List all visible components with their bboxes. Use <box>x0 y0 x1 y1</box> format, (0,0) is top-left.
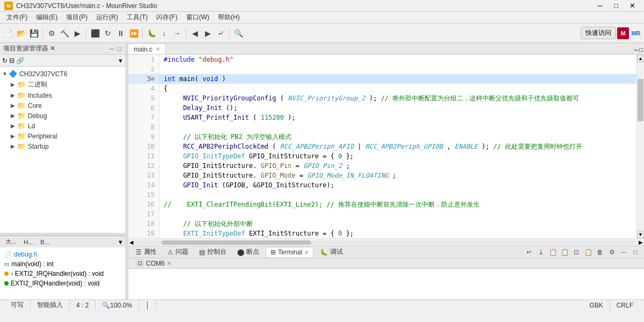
tree-item-binary[interactable]: ▶ 📁 二进制 <box>0 79 126 90</box>
outline-item-exti2-2[interactable]: EXTI2_IRQHandler(void) : void <box>2 279 123 288</box>
bottom-ctrl-1[interactable]: ↵ <box>524 247 535 258</box>
tab-console[interactable]: ▤ 控制台 <box>195 246 231 258</box>
editor-tab-mainc[interactable]: main.c ✕ <box>128 43 166 54</box>
panel-minimize-icon[interactable]: ─ <box>109 46 115 52</box>
tab-outline[interactable]: 大... <box>2 237 19 246</box>
tree-item-includes[interactable]: ▶ 📁 Includes <box>0 90 126 100</box>
scroll-up-button[interactable]: ▲ <box>637 55 644 62</box>
menu-edit[interactable]: 编辑(E) <box>32 12 62 23</box>
line-num-16: 16 <box>134 200 159 209</box>
toolbar-icon-m[interactable]: M <box>617 27 629 39</box>
editor-maximize-icon[interactable]: □ <box>639 47 643 53</box>
horiz-scroll-track[interactable] <box>137 240 635 245</box>
editor-tab-close-icon[interactable]: ✕ <box>156 46 160 52</box>
tree-collapse-icon[interactable]: ⊟ <box>9 57 14 64</box>
tree-link-icon[interactable]: 🔗 <box>16 57 24 64</box>
toolbar-btn-3[interactable]: ▶ <box>71 27 83 39</box>
tree-item-peripheral[interactable]: ▶ 📁 Peripheral <box>0 131 126 141</box>
root-toggle-icon[interactable]: ▼ <box>2 71 9 77</box>
toolbar-new[interactable]: 📄 <box>2 27 14 39</box>
outline-item-exti2-1[interactable]: + EXTI2_IRQHandler(void) : void <box>2 269 123 279</box>
debug-toggle-icon[interactable]: ▶ <box>11 113 17 119</box>
toolbar-btn-9[interactable]: ↓ <box>158 27 170 39</box>
menu-flash[interactable]: 闪存(F) <box>152 12 181 23</box>
menu-project[interactable]: 项目(P) <box>62 12 92 23</box>
toolbar-btn-5[interactable]: ↻ <box>102 27 114 39</box>
horiz-scroll-thumb[interactable] <box>162 240 311 245</box>
menu-window[interactable]: 窗口(W) <box>182 12 214 23</box>
toolbar-btn-10[interactable]: → <box>171 27 183 39</box>
toolbar-save[interactable]: 💾 <box>28 27 40 39</box>
tab-breakpoints[interactable]: ⬤ 断点 <box>233 246 264 258</box>
outline-item-main[interactable]: m main(void) : int <box>2 259 123 269</box>
menu-tools[interactable]: 工具(T) <box>122 12 152 23</box>
menu-help[interactable]: 帮助(H) <box>214 12 244 23</box>
horizontal-scrollbar[interactable]: ◀ ▶ <box>128 238 644 246</box>
tab-b[interactable]: B... <box>37 238 53 246</box>
code-content[interactable]: #include "debug.h" int main( void ) { <box>159 55 636 238</box>
quick-access-button[interactable]: 快速访问 <box>581 27 616 39</box>
tree-item-ld[interactable]: ▶ 📁 Ld <box>0 121 126 131</box>
tab-debug[interactable]: 🐛 调试 <box>316 246 347 258</box>
toolbar-btn-6[interactable]: ⏸ <box>115 27 127 39</box>
toolbar-icon-mr[interactable]: MR <box>630 27 642 39</box>
tree-item-debug[interactable]: ▶ 📁 Debug <box>0 111 126 121</box>
tab-problems[interactable]: ⚠ 问题 <box>163 246 193 258</box>
toolbar-btn-2[interactable]: 🔨 <box>58 27 70 39</box>
tree-refresh-icon[interactable]: ↻ <box>2 57 8 64</box>
close-button[interactable]: ✕ <box>625 1 640 11</box>
binary-toggle-icon[interactable]: ▶ <box>11 82 17 87</box>
scroll-right-button[interactable]: ▶ <box>638 239 644 245</box>
bottom-left-down-icon[interactable]: ▼ <box>118 239 123 245</box>
toolbar-btn-7[interactable]: ⏩ <box>128 27 140 39</box>
maximize-button[interactable]: □ <box>609 1 624 11</box>
peripheral-toggle-icon[interactable]: ▶ <box>11 133 17 139</box>
bottom-ctrl-6[interactable]: 📋 <box>583 247 594 258</box>
bottom-ctrl-3[interactable]: 📋 <box>547 247 558 258</box>
panel-expand-icon[interactable]: □ <box>116 46 122 52</box>
core-toggle-icon[interactable]: ▶ <box>11 103 17 108</box>
bottom-ctrl-7[interactable]: 🗑 <box>595 247 605 258</box>
editor-minimize-icon[interactable]: ─ <box>634 47 639 53</box>
tab-terminal[interactable]: ⊞ Terminal ✕ <box>266 247 313 257</box>
tab-properties[interactable]: ☰ 属性 <box>131 246 161 258</box>
vertical-scrollbar[interactable]: ▲ ▼ <box>636 55 644 238</box>
tab-terminal-close-icon[interactable]: ✕ <box>304 250 309 255</box>
bottom-ctrl-5[interactable]: ⊡ <box>571 247 582 258</box>
toolbar-btn-14[interactable]: 🔍 <box>232 27 244 39</box>
menu-run[interactable]: 运行(R) <box>92 12 122 23</box>
ld-toggle-icon[interactable]: ▶ <box>11 123 17 129</box>
toolbar-btn-13[interactable]: ⤶ <box>215 27 226 39</box>
terminal-content[interactable] <box>128 269 644 299</box>
toolbar-btn-11[interactable]: ◀ <box>189 27 201 39</box>
scroll-track[interactable] <box>637 62 644 231</box>
toolbar-btn-1[interactable]: ⚙ <box>46 27 57 39</box>
bottom-maximize-icon[interactable]: □ <box>630 247 641 258</box>
bottom-ctrl-2[interactable]: ⤓ <box>536 247 546 258</box>
toolbar-btn-8[interactable]: 🐛 <box>145 27 157 39</box>
startup-toggle-icon[interactable]: ▶ <box>11 143 17 149</box>
tree-root[interactable]: ▼ 🔷 CH32V307VCT6 <box>0 69 126 79</box>
minimize-button[interactable]: ─ <box>592 1 608 11</box>
outline-item-debugh[interactable]: 📄 debug.h <box>2 250 123 259</box>
tree-item-startup[interactable]: ▶ 📁 Startup <box>0 141 126 151</box>
includes-toggle-icon[interactable]: ▶ <box>11 92 17 98</box>
panel-down-icon[interactable]: ▼ <box>118 57 123 64</box>
indent-14 <box>164 181 179 189</box>
bottom-ctrl-8[interactable]: ⚙ <box>606 247 617 258</box>
title-bar: M CH32V307VCT6/User/main.c - MounRiver S… <box>0 0 644 12</box>
line-num-8: 8 <box>134 122 159 132</box>
toolbar-btn-12[interactable]: ▶ <box>202 27 214 39</box>
scroll-left-button[interactable]: ◀ <box>128 239 135 245</box>
toolbar-btn-4[interactable]: ⬛ <box>89 27 101 39</box>
tree-item-core[interactable]: ▶ 📁 Core <box>0 100 126 111</box>
tab-h[interactable]: H... <box>20 238 36 246</box>
menu-file[interactable]: 文件(F) <box>2 12 32 23</box>
toolbar-open[interactable]: 📂 <box>15 27 27 39</box>
scroll-thumb[interactable] <box>638 79 643 121</box>
scroll-down-button[interactable]: ▼ <box>637 231 644 238</box>
com6-tab[interactable]: ⊡ COM6 ✕ <box>131 259 175 267</box>
bottom-ctrl-4[interactable]: 📋 <box>559 247 570 258</box>
bottom-minimize-icon[interactable]: ─ <box>618 247 629 258</box>
com6-close-icon[interactable]: ✕ <box>167 260 171 266</box>
